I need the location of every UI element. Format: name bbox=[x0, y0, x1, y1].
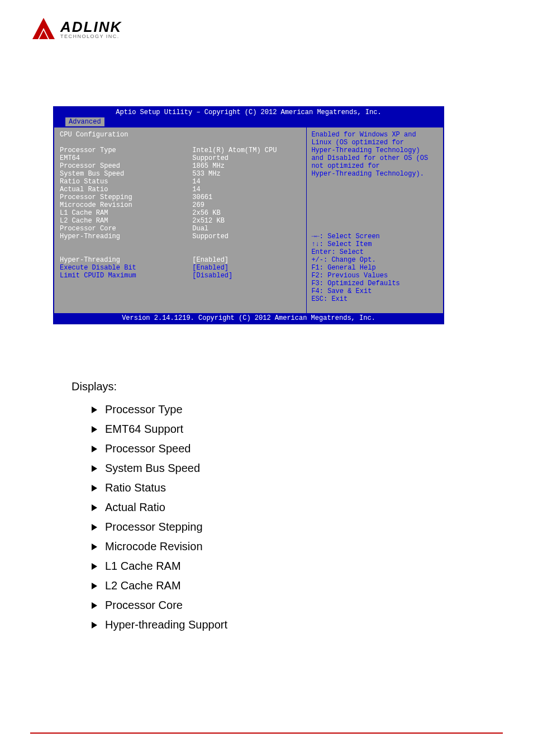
bios-info-value: 533 MHz bbox=[192, 170, 301, 178]
triangle-icon bbox=[92, 426, 97, 433]
list-item: Actual Ratio bbox=[92, 501, 463, 514]
bios-config-label: Execute Disable Bit bbox=[60, 264, 192, 272]
bios-info-value: 2x56 KB bbox=[192, 209, 301, 217]
bios-info-value: 30661 bbox=[192, 193, 301, 201]
help-key: ESC: Exit bbox=[311, 295, 439, 303]
help-line: not optimized for bbox=[311, 162, 439, 170]
list-item: Processor Speed bbox=[92, 442, 463, 455]
list-item: Microcode Revision bbox=[92, 540, 463, 553]
bios-info-value: 269 bbox=[192, 201, 301, 209]
bios-config-label: Hyper-Threading bbox=[60, 256, 192, 264]
list-item: Processor Stepping bbox=[92, 521, 463, 533]
bios-info-label: Ratio Status bbox=[60, 178, 192, 186]
bios-info-label: L2 Cache RAM bbox=[60, 217, 192, 225]
bios-title: Aptio Setup Utility – Copyright (C) 2012… bbox=[54, 107, 443, 116]
doc-list: Processor Type EMT64 Support Processor S… bbox=[72, 403, 463, 631]
bios-config-label: Limit CPUID Maximum bbox=[60, 272, 192, 280]
brand-logo: ADLINK TECHNOLOGY INC. bbox=[30, 17, 122, 41]
bios-info-value: 1865 MHz bbox=[192, 162, 301, 170]
bios-left-pane: CPU Configuration Processor TypeIntel(R)… bbox=[54, 127, 307, 313]
bios-info-label: Processor Stepping bbox=[60, 193, 192, 201]
bios-info-label: Processor Type bbox=[60, 147, 192, 154]
help-key: F3: Optimized Defaults bbox=[311, 280, 439, 287]
bios-info-label: L1 Cache RAM bbox=[60, 209, 192, 217]
help-key: F4: Save & Exit bbox=[311, 287, 439, 295]
triangle-icon bbox=[92, 524, 97, 531]
help-line: Hyper-Threading Technology). bbox=[311, 170, 439, 178]
bios-info-label: Microcode Revision bbox=[60, 201, 192, 209]
bios-info-value: Supported bbox=[192, 233, 301, 240]
help-key: F1: General Help bbox=[311, 264, 439, 272]
logo-mark-icon bbox=[30, 17, 57, 41]
bios-info-value: Dual bbox=[192, 225, 301, 233]
bios-info-value: 2x512 KB bbox=[192, 217, 301, 225]
brand-name: ADLINK bbox=[60, 20, 122, 34]
help-key: F2: Previous Values bbox=[311, 272, 439, 280]
bios-screenshot: Aptio Setup Utility – Copyright (C) 2012… bbox=[53, 106, 444, 324]
bios-config-value: [Enabled] bbox=[192, 256, 301, 264]
help-line: and Disabled for other OS (OS bbox=[311, 154, 439, 162]
bios-section-title: CPU Configuration bbox=[60, 131, 301, 139]
list-item: Ratio Status bbox=[92, 481, 463, 494]
triangle-icon bbox=[92, 544, 97, 550]
list-item: System Bus Speed bbox=[92, 462, 463, 475]
bios-right-pane: Enabled for Windows XP and Linux (OS opt… bbox=[307, 127, 443, 313]
doc-heading: Displays: bbox=[72, 380, 463, 393]
bios-tab-row: Advanced bbox=[54, 116, 443, 127]
help-key: Enter: Select bbox=[311, 248, 439, 256]
triangle-icon bbox=[92, 504, 97, 511]
triangle-icon bbox=[92, 407, 97, 413]
triangle-icon bbox=[92, 446, 97, 452]
help-key: →←: Select Screen bbox=[311, 233, 439, 240]
bios-info-label: Processor Core bbox=[60, 225, 192, 233]
doc-body: Displays: Processor Type EMT64 Support P… bbox=[72, 380, 463, 638]
triangle-icon bbox=[92, 563, 97, 570]
triangle-icon bbox=[92, 602, 97, 609]
bios-footer: Version 2.14.1219. Copyright (C) 2012 Am… bbox=[54, 313, 443, 323]
bios-info-label: Hyper-Threading bbox=[60, 233, 192, 240]
page-footer-rule bbox=[30, 733, 503, 734]
list-item: L1 Cache RAM bbox=[92, 560, 463, 573]
bios-info-label: System Bus Speed bbox=[60, 170, 192, 178]
triangle-icon bbox=[92, 465, 97, 472]
bios-info-value: 14 bbox=[192, 178, 301, 186]
brand-tagline: TECHNOLOGY INC. bbox=[60, 34, 122, 39]
bios-info-label: Actual Ratio bbox=[60, 186, 192, 193]
list-item: Processor Type bbox=[92, 403, 463, 416]
triangle-icon bbox=[92, 583, 97, 589]
triangle-icon bbox=[92, 485, 97, 492]
bios-info-label: Processor Speed bbox=[60, 162, 192, 170]
bios-tab-advanced: Advanced bbox=[65, 117, 104, 126]
bios-config-value: [Enabled] bbox=[192, 264, 301, 272]
list-item: Hyper-threading Support bbox=[92, 618, 463, 631]
help-key: +/-: Change Opt. bbox=[311, 256, 439, 264]
bios-info-value: Supported bbox=[192, 154, 301, 162]
help-line: Linux (OS optimized for bbox=[311, 139, 439, 147]
list-item: EMT64 Support bbox=[92, 423, 463, 436]
bios-config-value: [Disabled] bbox=[192, 272, 301, 280]
help-line: Enabled for Windows XP and bbox=[311, 131, 439, 139]
help-key: ↑↓: Select Item bbox=[311, 240, 439, 248]
list-item: L2 Cache RAM bbox=[92, 579, 463, 592]
help-line: Hyper-Threading Technology) bbox=[311, 147, 439, 154]
triangle-icon bbox=[92, 622, 97, 629]
list-item: Processor Core bbox=[92, 599, 463, 612]
bios-info-value: 14 bbox=[192, 186, 301, 193]
bios-info-label: EMT64 bbox=[60, 154, 192, 162]
bios-info-value: Intel(R) Atom(TM) CPU bbox=[192, 147, 301, 154]
